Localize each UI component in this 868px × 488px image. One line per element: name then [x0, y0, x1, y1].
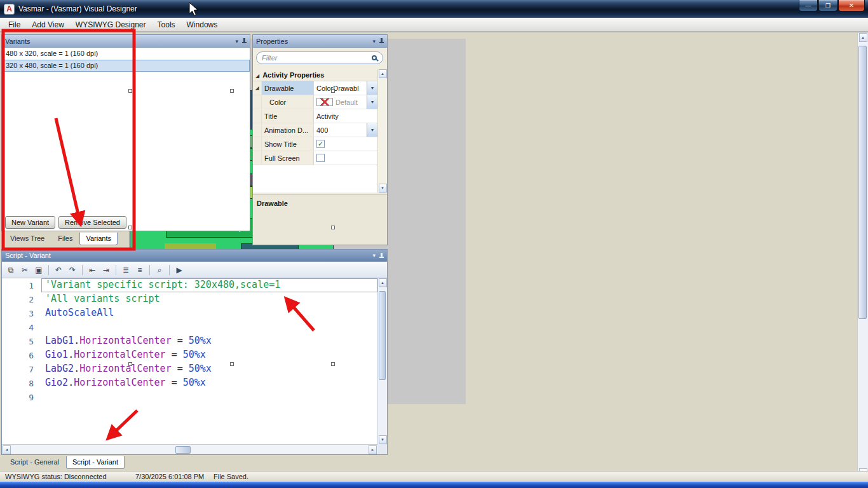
- code-line[interactable]: 8Gio2.HorizontalCenter = 50%x: [2, 376, 377, 390]
- tab-variants[interactable]: Variants: [79, 233, 118, 245]
- scroll-up-icon[interactable]: [379, 278, 387, 287]
- code-line[interactable]: 5LabG1.HorizontalCenter = 50%x: [2, 334, 377, 348]
- scroll-down-icon[interactable]: [379, 184, 387, 193]
- code-line[interactable]: 9: [2, 390, 377, 404]
- app-icon: A: [4, 4, 15, 15]
- scroll-down-icon[interactable]: [379, 435, 387, 444]
- property-value-animation-d[interactable]: 400: [314, 123, 377, 137]
- dropdown-arrow-icon[interactable]: [367, 123, 377, 137]
- property-value-full-screen[interactable]: [314, 151, 377, 165]
- scroll-left-icon[interactable]: [3, 445, 11, 454]
- dropdown-arrow-icon[interactable]: [367, 81, 377, 95]
- uncomment-icon[interactable]: ≡: [133, 264, 146, 276]
- remove-selected-button[interactable]: Remove Selected: [58, 216, 126, 229]
- code-line[interactable]: 3AutoScaleAll: [2, 306, 377, 320]
- pin-icon[interactable]: [242, 38, 247, 44]
- script-tab-strip: Script - GeneralScript - Variant: [1, 456, 388, 470]
- redo-icon[interactable]: ↷: [66, 264, 79, 276]
- menu-item-wysiwyg-designer[interactable]: WYSIWYG Designer: [70, 18, 152, 31]
- section-header-label: Activity Properties: [262, 71, 324, 79]
- menu-item-add-view[interactable]: Add View: [26, 18, 69, 31]
- pin-icon[interactable]: [379, 38, 384, 44]
- indent-icon[interactable]: ⇥: [100, 264, 112, 276]
- copy-icon[interactable]: ⧉: [4, 264, 17, 276]
- code-editor[interactable]: 1'Variant specific script: 320x480,scale…: [2, 278, 377, 444]
- property-value-drawable[interactable]: ColorDrawabl: [314, 81, 377, 95]
- code-text: LabG2.HorizontalCenter = 50%x: [41, 362, 377, 376]
- scroll-up-icon[interactable]: [379, 69, 387, 78]
- scrollbar-thumb[interactable]: [175, 446, 191, 454]
- paste-icon[interactable]: ▣: [32, 264, 45, 276]
- pin-icon[interactable]: [379, 253, 384, 259]
- scrollbar-thumb[interactable]: [858, 46, 867, 319]
- property-label: Title: [262, 109, 314, 123]
- expander-icon[interactable]: [253, 81, 262, 95]
- menu-item-tools[interactable]: Tools: [152, 18, 181, 31]
- menu-bar: FileAdd ViewWYSIWYG DesignerToolsWindows: [0, 18, 868, 32]
- code-line[interactable]: 7LabG2.HorizontalCenter = 50%x: [2, 362, 377, 376]
- filter-input[interactable]: [262, 54, 367, 62]
- checkbox[interactable]: [316, 140, 325, 148]
- scrollbar-track[interactable]: [11, 446, 368, 454]
- line-number: 2: [2, 295, 41, 304]
- menu-item-windows[interactable]: Windows: [181, 18, 224, 31]
- expander-gutter: [253, 123, 262, 137]
- wysiwyg-status: WYSIWYG status: Disconnected: [5, 473, 135, 480]
- maximize-button[interactable]: [818, 0, 837, 11]
- panel-menu-chevron-icon[interactable]: [372, 252, 376, 259]
- tab-files[interactable]: Files: [51, 233, 79, 245]
- code-line[interactable]: 2'All variants script: [2, 292, 377, 306]
- variant-list-item[interactable]: 480 x 320, scale = 1 (160 dpi): [2, 48, 250, 60]
- line-number: 4: [2, 323, 41, 332]
- close-button[interactable]: [838, 0, 865, 11]
- menu-item-file[interactable]: File: [3, 18, 26, 31]
- tab-script-variant[interactable]: Script - Variant: [66, 456, 125, 469]
- script-panel: Script - Variant ⧉✂▣↶↷⇤⇥≣≡⌕▶ 1'Variant s…: [1, 249, 388, 455]
- selection-handle[interactable]: [230, 362, 234, 366]
- line-number: 8: [2, 379, 41, 388]
- selection-handle[interactable]: [331, 226, 335, 229]
- editor-horizontal-scrollbar[interactable]: [2, 444, 377, 454]
- property-value-color[interactable]: Default: [314, 95, 377, 109]
- variants-panel-title: Variants: [5, 37, 31, 45]
- selection-handle[interactable]: [230, 89, 234, 93]
- scroll-right-icon[interactable]: [369, 445, 377, 454]
- toolbar-separator: [82, 265, 83, 275]
- selection-handle[interactable]: [128, 89, 132, 93]
- expander-gutter: [253, 109, 262, 123]
- selection-handle[interactable]: [128, 362, 132, 366]
- cut-icon[interactable]: ✂: [18, 264, 31, 276]
- properties-scrollbar[interactable]: [377, 69, 387, 193]
- tab-views-tree[interactable]: Views Tree: [4, 233, 51, 245]
- expander-gutter: [253, 95, 262, 109]
- selection-handle[interactable]: [331, 89, 335, 93]
- code-line[interactable]: 4: [2, 320, 377, 334]
- undo-icon[interactable]: ↶: [52, 264, 65, 276]
- tab-script-general[interactable]: Script - General: [4, 456, 65, 469]
- run-icon[interactable]: ▶: [173, 264, 186, 276]
- code-line[interactable]: 6Gio1.HorizontalCenter = 50%x: [2, 348, 377, 362]
- property-value-show-title[interactable]: [314, 137, 377, 151]
- new-variant-button[interactable]: New Variant: [5, 216, 55, 229]
- minimize-button[interactable]: [799, 0, 818, 11]
- comment-icon[interactable]: ≣: [119, 264, 132, 276]
- property-label: Full Screen: [262, 151, 314, 165]
- window-title: Vasmar - (Vasmar) Visual Designer: [18, 4, 137, 13]
- code-text: LabG1.HorizontalCenter = 50%x: [41, 334, 377, 348]
- panel-menu-chevron-icon[interactable]: [235, 38, 238, 44]
- scrollbar-thumb[interactable]: [379, 291, 386, 380]
- variant-list-item[interactable]: 320 x 480, scale = 1 (160 dpi): [2, 60, 250, 72]
- selection-handle[interactable]: [331, 362, 335, 366]
- outdent-icon[interactable]: ⇤: [86, 264, 98, 276]
- scroll-up-icon[interactable]: [859, 33, 867, 42]
- activity-properties-section[interactable]: Activity Properties: [253, 69, 377, 81]
- code-line[interactable]: 1'Variant specific script: 320x480,scale…: [2, 278, 377, 292]
- search-icon[interactable]: ⌕: [153, 264, 166, 276]
- panel-menu-chevron-icon[interactable]: [372, 38, 376, 44]
- expander-icon[interactable]: [255, 71, 259, 79]
- property-label: Animation D...: [262, 123, 314, 137]
- checkbox[interactable]: [316, 154, 325, 162]
- dropdown-arrow-icon[interactable]: [367, 95, 377, 109]
- selection-handle[interactable]: [128, 226, 132, 229]
- property-value-title[interactable]: Activity: [314, 109, 377, 123]
